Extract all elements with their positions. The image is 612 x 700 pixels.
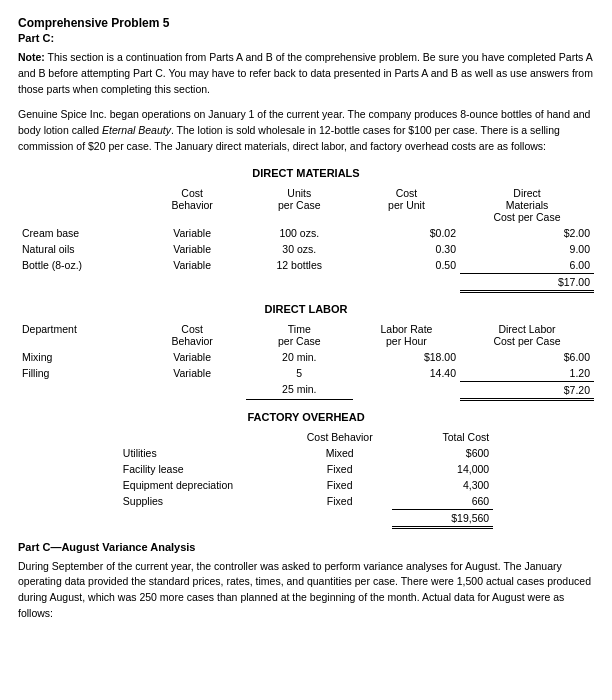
part-c-title: Part C—August Variance Analysis <box>18 541 594 553</box>
dm-header-cost-unit: Costper Unit <box>353 185 460 225</box>
fo-facility-name: Facility lease <box>119 461 287 477</box>
dl-filling-dept: Filling <box>18 365 139 382</box>
dl-header-rate: Labor Rateper Hour <box>353 321 460 349</box>
dm-oils-units: 30 ozs. <box>246 241 353 257</box>
dm-oils-cost-case: 9.00 <box>460 241 594 257</box>
fo-row-facility: Facility lease Fixed 14,000 <box>119 461 493 477</box>
fo-row-equip: Equipment depreciation Fixed 4,300 <box>119 477 493 493</box>
dl-subtotal-time: 25 min. <box>246 381 353 399</box>
dm-bottle-cost-case: 6.00 <box>460 257 594 274</box>
dl-mixing-dept: Mixing <box>18 349 139 365</box>
dm-header-cost-behavior: CostBehavior <box>139 185 246 225</box>
fo-row-supplies: Supplies Fixed 660 <box>119 493 493 510</box>
dl-mixing-behavior: Variable <box>139 349 246 365</box>
dm-cream-cost-case: $2.00 <box>460 225 594 241</box>
dl-mixing-cost: $6.00 <box>460 349 594 365</box>
fo-header-total: Total Cost <box>392 429 493 445</box>
direct-materials-section: DIRECT MATERIALS CostBehavior Unitsper C… <box>18 167 594 293</box>
factory-overhead-title: FACTORY OVERHEAD <box>18 411 594 423</box>
fo-utilities-name: Utilities <box>119 445 287 461</box>
dm-bottle-units: 12 bottles <box>246 257 353 274</box>
dm-cream-behavior: Variable <box>139 225 246 241</box>
dm-oils-cost-unit: 0.30 <box>353 241 460 257</box>
dm-oils-behavior: Variable <box>139 241 246 257</box>
fo-total: $19,560 <box>392 509 493 527</box>
dm-cream-cost-unit: $0.02 <box>353 225 460 241</box>
dl-total: $7.20 <box>460 381 594 399</box>
note-block: Note: This section is a continuation fro… <box>18 50 594 97</box>
dl-mixing-rate: $18.00 <box>353 349 460 365</box>
fo-facility-behavior: Fixed <box>287 461 392 477</box>
dl-row-mixing: Mixing Variable 20 min. $18.00 $6.00 <box>18 349 594 365</box>
dm-bottle-cost-unit: 0.50 <box>353 257 460 274</box>
dl-row-filling: Filling Variable 5 14.40 1.20 <box>18 365 594 382</box>
dl-header-behavior: CostBehavior <box>139 321 246 349</box>
fo-row-utilities: Utilities Mixed $600 <box>119 445 493 461</box>
dm-cream-units: 100 ozs. <box>246 225 353 241</box>
page-title: Comprehensive Problem 5 <box>18 16 594 30</box>
part-c-section: Part C—August Variance Analysis During S… <box>18 541 594 622</box>
direct-labor-section: DIRECT LABOR Department CostBehavior Tim… <box>18 303 594 401</box>
direct-materials-title: DIRECT MATERIALS <box>18 167 594 179</box>
part-c-text: During September of the current year, th… <box>18 559 594 622</box>
dl-header-cost: Direct LaborCost per Case <box>460 321 594 349</box>
dm-cream-name: Cream base <box>18 225 139 241</box>
dm-header-cost-case: DirectMaterialsCost per Case <box>460 185 594 225</box>
dl-header-time: Timeper Case <box>246 321 353 349</box>
factory-overhead-section: FACTORY OVERHEAD Cost Behavior Total Cos… <box>18 411 594 529</box>
description-text: Genuine Spice Inc. began operations on J… <box>18 107 594 154</box>
fo-header-behavior: Cost Behavior <box>287 429 392 445</box>
fo-equip-name: Equipment depreciation <box>119 477 287 493</box>
note-label: Note: <box>18 51 45 63</box>
dm-row-cream: Cream base Variable 100 ozs. $0.02 $2.00 <box>18 225 594 241</box>
dl-filling-time: 5 <box>246 365 353 382</box>
fo-supplies-total: 660 <box>392 493 493 510</box>
dl-subtotal-row: 25 min. $7.20 <box>18 381 594 399</box>
dm-total: $17.00 <box>460 273 594 291</box>
direct-labor-title: DIRECT LABOR <box>18 303 594 315</box>
dm-row-oils: Natural oils Variable 30 ozs. 0.30 9.00 <box>18 241 594 257</box>
fo-utilities-total: $600 <box>392 445 493 461</box>
dl-header-dept: Department <box>18 321 139 349</box>
note-text: This section is a continuation from Part… <box>18 51 593 95</box>
dm-row-bottle: Bottle (8-oz.) Variable 12 bottles 0.50 … <box>18 257 594 274</box>
fo-utilities-behavior: Mixed <box>287 445 392 461</box>
dm-total-row: $17.00 <box>18 273 594 291</box>
dm-bottle-name: Bottle (8-oz.) <box>18 257 139 274</box>
fo-facility-total: 14,000 <box>392 461 493 477</box>
fo-equip-total: 4,300 <box>392 477 493 493</box>
part-label: Part C: <box>18 32 594 44</box>
fo-total-row: $19,560 <box>119 509 493 527</box>
dl-filling-rate: 14.40 <box>353 365 460 382</box>
dm-oils-name: Natural oils <box>18 241 139 257</box>
fo-equip-behavior: Fixed <box>287 477 392 493</box>
dl-filling-cost: 1.20 <box>460 365 594 382</box>
dm-bottle-behavior: Variable <box>139 257 246 274</box>
dl-filling-behavior: Variable <box>139 365 246 382</box>
dm-header-units: Unitsper Case <box>246 185 353 225</box>
fo-supplies-name: Supplies <box>119 493 287 510</box>
dl-mixing-time: 20 min. <box>246 349 353 365</box>
fo-supplies-behavior: Fixed <box>287 493 392 510</box>
fo-col-empty <box>119 429 287 445</box>
